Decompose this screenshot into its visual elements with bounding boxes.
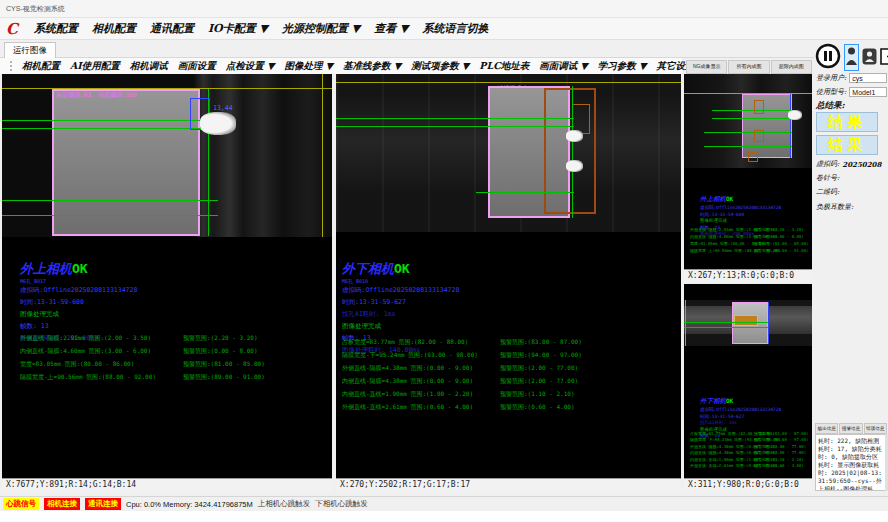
toolbar-item[interactable]: 测试项参数 ▼ [411, 60, 469, 73]
pixel-coords-preview-1: X:267;Y:13;R:0;G:0;B:0 [684, 269, 812, 282]
toolbar-item[interactable]: 画面设置 [178, 60, 216, 73]
toolbar-item[interactable]: 相机调试 [130, 60, 168, 73]
camera-panel-lower: AI找线成功 外下相机OK M6孔_B010 虚拟码:Offline202502… [336, 74, 681, 491]
measurement-row: 内侧直线-直线=1.90mm 范围:(1.00 - 2.20) 预警范围:(1.… [342, 388, 582, 401]
warning-range: 预警范围:(89.00 - 91.00) [754, 248, 809, 253]
measurement-row: 外侧直线-隔膜:2.91mm 范围:(2.00 - 3.50) 预警范围:(2.… [690, 226, 809, 233]
camera-view-upper[interactable]: 标定阈值:93, 动态阈值:100 13,44 [2, 74, 332, 237]
measurement-row: 外侧直线-隔膜:2.91mm 范围:(2.00 - 3.50) 预警范围:(2.… [20, 332, 265, 345]
warning-range: 预警范围:(81.00 - 85.00) [754, 241, 809, 246]
login-user-value[interactable]: cys [849, 73, 887, 83]
toolbar-grip-icon [10, 61, 12, 71]
toolbar-item[interactable]: 相机配置 [22, 60, 60, 73]
log-tab[interactable]: 报警信息 [839, 423, 862, 434]
app-logo-icon: C [6, 20, 18, 38]
toolbar-item[interactable]: 画面调试 ▼ [539, 60, 588, 73]
menu-item[interactable]: 相机配置 [92, 21, 136, 36]
exit-button[interactable] [880, 48, 888, 68]
warning-range: 预警范围:(2.00 - 77.00) [754, 450, 806, 455]
menu-item[interactable]: IO卡配置 ▼ [208, 21, 268, 36]
app-window: CYS-视觉检测系统 C 系统配置相机配置通讯配置IO卡配置 ▼光源控制配置 ▼… [0, 0, 888, 522]
roi-cell-box [52, 89, 200, 236]
menu-bar: C 系统配置相机配置通讯配置IO卡配置 ▼光源控制配置 ▼查看 ▼系统语言切换 [0, 18, 888, 40]
measurement-value: 宽度=83.05mm 范围:(80.00 - 86.00) [20, 360, 183, 369]
model-value[interactable]: Model1 [849, 87, 887, 97]
menu-item[interactable]: 光源控制配置 ▼ [282, 21, 360, 36]
pause-button[interactable] [815, 43, 841, 72]
measure-line-vertical [572, 86, 573, 218]
edge-line-blue [768, 302, 769, 344]
measurement-value: 外侧直线-直线=2.61mm 范围:(0.60 - 4.00) [690, 463, 754, 468]
menu-item[interactable]: 查看 ▼ [374, 21, 408, 36]
menu-item[interactable]: 系统配置 [34, 21, 78, 36]
heartbeat-badge: 心跳信号 [3, 498, 39, 510]
measure-line [336, 118, 574, 119]
toolbar-item[interactable]: 基准线参数 ▼ [343, 60, 401, 73]
total-result-label: 总结果: [816, 100, 845, 112]
camera-link-badge: 相机连接 [44, 498, 80, 510]
toolbar-item[interactable]: 学习参数 ▼ [598, 60, 647, 73]
measurement-row: 宽度=83.05mm 范围:(80.00 - 86.00) 预警范围:(81.0… [20, 358, 265, 371]
menu-item[interactable]: 系统语言切换 [423, 21, 489, 36]
measurement-row: 隔膜宽度-下=95.24mm 范围:(93.00 - 98.00) 预警范围:(… [342, 349, 582, 362]
edge-line-blue [790, 94, 791, 158]
display-mode-tab[interactable]: 超限内成图 [771, 60, 812, 74]
measure-line [476, 192, 574, 193]
warning-range: 预警范围:(0.60 - 4.00) [754, 463, 804, 468]
window-margin [0, 511, 888, 522]
edge-line-yellow [685, 300, 686, 346]
log-output[interactable]: 耗时: 222, 缺陷检测耗时: 17, 缺陷分类耗时: 0, 缺陷提取分区耗时… [815, 434, 887, 491]
toolbar-item[interactable]: AI使用配置 [70, 60, 120, 73]
status-ok: OK [72, 261, 88, 276]
pin-label: 卷针号: [816, 173, 839, 183]
measure-line [704, 146, 792, 147]
admin-user-button[interactable] [862, 48, 877, 68]
camera-panel-upper: 标定阈值:93, 动态阈值:100 13,44 外上相机OK M6孔_B017 … [2, 74, 332, 491]
measurement-row: 隔膜宽度-上=90.56mm 范围:(88.00 - 92.00) 预警范围:(… [20, 371, 265, 384]
log-tab[interactable]: 输出信息 [815, 423, 838, 434]
threshold-overlay-text: 标定阈值:93, 动态阈值:100 [56, 91, 137, 100]
measurement-value: 宽度=83.05mm 范围:(80.00 - 86.00) [690, 241, 754, 246]
toolbar-item[interactable]: 点检设置 ▼ [226, 60, 275, 73]
toolbar-item[interactable]: PLC地址表 [479, 60, 529, 73]
measurement-list-lower: 占板宽度=83.77mm 范围:(82.00 - 88.00) 预警范围:(83… [342, 336, 582, 414]
window-title: CYS-视觉检测系统 [6, 5, 65, 12]
menu-item[interactable]: 通讯配置 [150, 21, 194, 36]
camera-title: 外下相机 [342, 261, 394, 276]
measurement-value: 隔膜宽度-上=90.56mm 范围:(88.00 - 92.00) [20, 373, 183, 382]
result-box-1: 结果 [816, 112, 878, 132]
preview-view-1[interactable] [684, 74, 812, 168]
measure-line [2, 215, 218, 216]
toolbar-item[interactable]: 图像处理 ▼ [284, 60, 333, 73]
log-tabs: 输出信息报警信息错误信息 [815, 423, 887, 434]
display-mode-tab[interactable]: 所有内成图 [728, 60, 769, 74]
measurement-row: 占板宽度=83.77mm 范围:(82.00 - 88.00) 预警范围:(83… [690, 430, 809, 437]
display-mode-tab[interactable]: NG成像显示 [686, 60, 727, 74]
pixel-coords-lower: X:270;Y:2502;R:17;G:17;B:17 [336, 478, 681, 491]
warning-range: 预警范围:(2.20 - 3.20) [183, 334, 258, 343]
user-button[interactable] [844, 44, 859, 71]
tab-run-image[interactable]: 运行图像 [4, 42, 56, 58]
camera-view-lower[interactable]: AI找线成功 [336, 74, 681, 232]
warning-range: 预警范围:(1.10 - 2.10) [500, 390, 575, 399]
weld-spot [566, 130, 583, 142]
menu-items: 系统配置相机配置通讯配置IO卡配置 ▼光源控制配置 ▼查看 ▼系统语言切换 [34, 21, 489, 36]
upper-trigger-text[interactable]: 上相机心跳触发 [258, 499, 311, 509]
log-tab[interactable]: 错误信息 [864, 423, 887, 434]
pixel-coords-upper: X:7677;Y:891;R:14;G:14;B:14 [2, 478, 332, 491]
measurement-value: 外侧直线-直线=2.61mm 范围:(0.60 - 4.00) [342, 403, 500, 412]
measurement-value: 内侧直线-隔膜=4.38mm 范围:(0.00 - 9.00) [342, 377, 500, 386]
total-result-row: 总结果: [816, 100, 845, 112]
warning-range: 预警范围:(0.00 - 8.00) [183, 347, 258, 356]
measurement-list-mini-1: 外侧直线-隔膜:2.91mm 范围:(2.00 - 3.50) 预警范围:(2.… [690, 226, 809, 254]
measurement-list-mini-2: 占板宽度=83.77mm 范围:(82.00 - 88.00) 预警范围:(83… [690, 430, 809, 469]
frame-count: 帧数: 13 [20, 320, 137, 332]
preview-view-2[interactable] [684, 300, 812, 346]
warning-range: 预警范围:(2.00 - 77.00) [500, 364, 578, 373]
measure-line [712, 110, 792, 111]
connector-blob [788, 110, 802, 120]
measure-line [2, 120, 214, 121]
measure-line [336, 126, 574, 127]
measure-line [684, 322, 768, 323]
lower-trigger-text[interactable]: 下相机心跳触发 [315, 499, 368, 509]
